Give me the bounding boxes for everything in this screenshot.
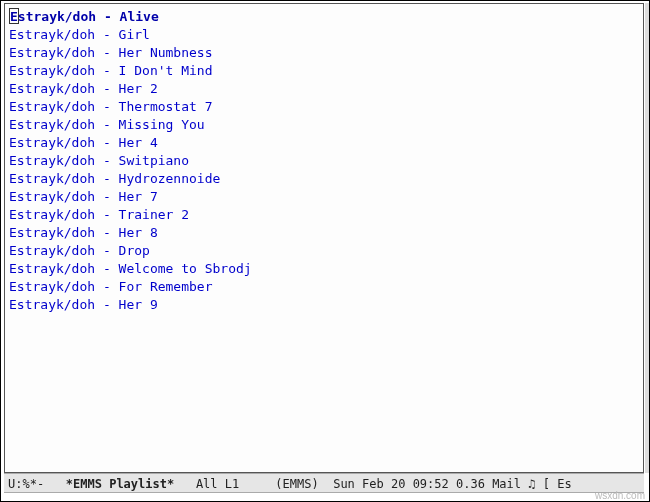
modeline-now-playing: [ Es	[543, 477, 572, 491]
playlist-track[interactable]: Estrayk/doh - For Remember	[9, 278, 639, 296]
playlist-track[interactable]: Estrayk/doh - Her 2	[9, 80, 639, 98]
left-gutter	[1, 3, 3, 473]
minibuffer[interactable]	[4, 493, 644, 501]
playlist-track[interactable]: Estrayk/doh - Her 8	[9, 224, 639, 242]
playlist-track[interactable]: Estrayk/doh - Her 4	[9, 134, 639, 152]
playlist-track[interactable]: Estrayk/doh - Alive	[9, 8, 639, 26]
modeline-load: 0.36	[456, 477, 485, 491]
watermark: wsxdn.com	[595, 490, 645, 501]
playlist-track[interactable]: Estrayk/doh - Girl	[9, 26, 639, 44]
playlist-track[interactable]: Estrayk/doh - Switpiano	[9, 152, 639, 170]
modeline-position: All L1	[196, 477, 239, 491]
modeline: U:%*- *EMMS Playlist* All L1 (EMMS) Sun …	[4, 473, 644, 493]
playlist-track[interactable]: Estrayk/doh - Thermostat 7	[9, 98, 639, 116]
modeline-datetime: Sun Feb 20 09:52	[333, 477, 449, 491]
playlist-track[interactable]: Estrayk/doh - Her 7	[9, 188, 639, 206]
editor-buffer[interactable]: Estrayk/doh - AliveEstrayk/doh - GirlEst…	[4, 3, 644, 473]
playlist: Estrayk/doh - AliveEstrayk/doh - GirlEst…	[9, 8, 639, 314]
modeline-mode: (EMMS)	[275, 477, 318, 491]
playlist-track[interactable]: Estrayk/doh - Drop	[9, 242, 639, 260]
playlist-track[interactable]: Estrayk/doh - I Don't Mind	[9, 62, 639, 80]
playlist-track[interactable]: Estrayk/doh - Trainer 2	[9, 206, 639, 224]
playlist-track[interactable]: Estrayk/doh - Her Numbness	[9, 44, 639, 62]
scrollbar[interactable]	[645, 3, 649, 473]
modeline-status: U:%*-	[8, 477, 44, 491]
text-cursor: E	[9, 8, 19, 24]
playlist-track[interactable]: Estrayk/doh - Missing You	[9, 116, 639, 134]
modeline-mail: Mail	[492, 477, 521, 491]
playlist-track[interactable]: Estrayk/doh - Her 9	[9, 296, 639, 314]
playlist-track[interactable]: Estrayk/doh - Hydrozennoide	[9, 170, 639, 188]
modeline-buffer-name: *EMMS Playlist*	[66, 477, 174, 491]
music-note-icon	[528, 477, 535, 491]
playlist-track[interactable]: Estrayk/doh - Welcome to Sbrodj	[9, 260, 639, 278]
